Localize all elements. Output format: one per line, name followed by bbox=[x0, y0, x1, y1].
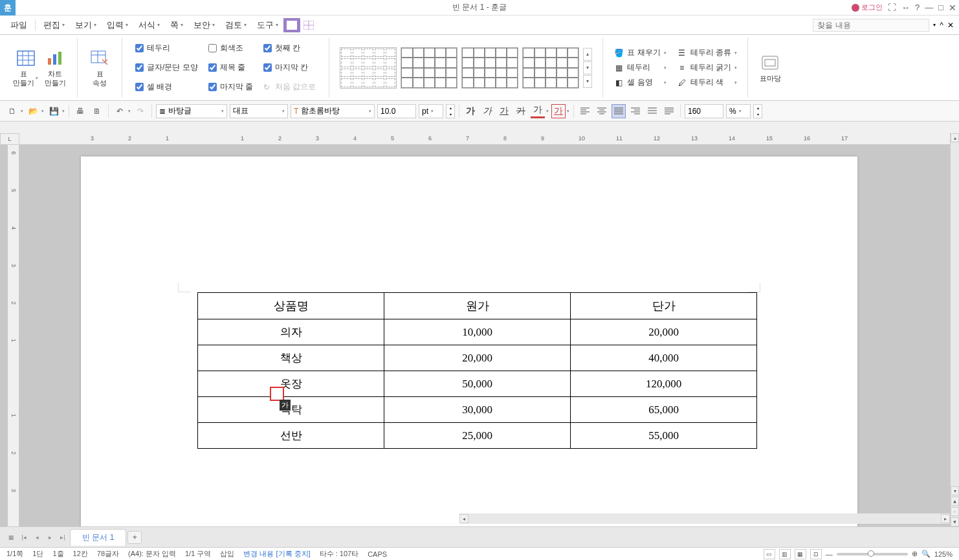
underline-button[interactable]: 가 bbox=[497, 104, 511, 118]
view-mode-2-button[interactable]: ▥ bbox=[779, 549, 791, 559]
table-cell[interactable]: 40,000 bbox=[571, 345, 757, 371]
menu-tools[interactable]: 도구▾ bbox=[252, 17, 283, 34]
highlight-button[interactable]: 가 bbox=[551, 104, 566, 118]
save-button[interactable]: 💾 bbox=[47, 104, 61, 118]
table-properties-button[interactable]: 표 속성 bbox=[85, 47, 114, 88]
document-table[interactable]: 상품명 원가 단가 의자 10,000 20,000 책상 20,000 40,… bbox=[197, 292, 757, 449]
status-mode[interactable]: 삽입 bbox=[220, 549, 234, 559]
table-cell[interactable]: 65,000 bbox=[571, 397, 757, 423]
minimize-button[interactable]: — bbox=[925, 3, 933, 12]
search-input[interactable] bbox=[813, 19, 929, 32]
print-button[interactable]: 🖶 bbox=[73, 104, 87, 118]
table-cell[interactable]: 10,000 bbox=[384, 319, 571, 345]
border-color-button[interactable]: 🖊테두리 색▾ bbox=[677, 77, 737, 88]
login-button[interactable]: 로그인 bbox=[852, 3, 883, 12]
size-up-button[interactable]: ▴ bbox=[446, 105, 454, 111]
menu-edit[interactable]: 편집▾ bbox=[38, 17, 70, 34]
pct-combo[interactable]: %▾ bbox=[726, 104, 751, 118]
gallery-up-button[interactable]: ▴ bbox=[583, 48, 592, 61]
gallery-down-button[interactable]: ▾ bbox=[583, 61, 592, 74]
open-button[interactable]: 📂 bbox=[26, 104, 40, 118]
tab-list-button[interactable]: ▦ bbox=[5, 532, 17, 543]
view-mode-1-button[interactable]: ▭ bbox=[764, 549, 775, 559]
status-chars[interactable]: 78글자 bbox=[97, 549, 119, 559]
dropdown-icon[interactable]: ▾ bbox=[546, 109, 549, 114]
document-tab[interactable]: 빈 문서 1 bbox=[70, 529, 126, 546]
italic-button[interactable]: 가 bbox=[480, 104, 494, 118]
page-down-button[interactable]: ▼ bbox=[951, 517, 959, 526]
border-button[interactable]: ▦테두리▾ bbox=[613, 62, 666, 73]
horizontal-scrollbar[interactable]: ◂ ▸ bbox=[459, 513, 950, 524]
menu-security[interactable]: 보안▾ bbox=[188, 17, 220, 34]
close-button[interactable]: ✕ bbox=[949, 3, 956, 13]
size-down-button[interactable]: ▾ bbox=[446, 111, 454, 118]
dropdown-icon[interactable]: ▾ bbox=[567, 109, 569, 114]
redo-button[interactable]: ↷ bbox=[133, 104, 148, 118]
align-right-button[interactable] bbox=[628, 104, 643, 118]
table-cell[interactable]: 120,000 bbox=[571, 371, 757, 397]
check-border[interactable]: 테두리 bbox=[134, 41, 199, 56]
view-mode-3-button[interactable]: ▦ bbox=[795, 549, 806, 559]
pin-icon[interactable]: ↔ bbox=[901, 3, 910, 12]
hscroll-right-button[interactable]: ▸ bbox=[941, 514, 950, 523]
font-combo[interactable]: T함초롬바탕▾ bbox=[291, 104, 375, 118]
help-icon[interactable]: ? bbox=[915, 3, 920, 12]
strike-button[interactable]: 가 bbox=[514, 104, 528, 118]
document-page[interactable]: 상품명 원가 단가 의자 10,000 20,000 책상 20,000 40,… bbox=[81, 156, 857, 526]
check-grayscale[interactable]: 회색조 bbox=[207, 41, 254, 56]
paragraph-style-combo[interactable]: ≣바탕글▾ bbox=[156, 104, 227, 118]
table-cell[interactable]: 25,000 bbox=[384, 423, 571, 449]
table-gallery-button[interactable]: 표마당 bbox=[756, 51, 784, 84]
check-first-col[interactable]: 첫째 칸 bbox=[262, 41, 317, 56]
table-style-item[interactable] bbox=[522, 47, 579, 89]
tab-last-button[interactable]: ▸| bbox=[57, 532, 69, 543]
align-full-button[interactable] bbox=[662, 104, 676, 118]
object-select-button[interactable]: ◦ bbox=[951, 507, 959, 516]
table-cell[interactable]: 선반 bbox=[198, 423, 384, 449]
align-distribute-button[interactable] bbox=[645, 104, 659, 118]
align-left-button[interactable] bbox=[578, 104, 592, 118]
check-title-row[interactable]: 제목 줄 bbox=[207, 60, 254, 75]
status-page[interactable]: 1/1쪽 bbox=[6, 549, 23, 559]
border-kind-button[interactable]: ☰테두리 종류▾ bbox=[677, 47, 737, 58]
ribbon-tab-table-design[interactable] bbox=[283, 18, 300, 32]
zoom-value[interactable]: 125% bbox=[934, 550, 953, 558]
menu-review[interactable]: 검토▾ bbox=[220, 17, 252, 34]
ribbon-collapse-icon[interactable]: ^ bbox=[940, 21, 943, 30]
menu-input[interactable]: 입력▾ bbox=[102, 17, 133, 34]
check-last-row[interactable]: 마지막 줄 bbox=[207, 80, 254, 94]
menu-format[interactable]: 서식▾ bbox=[133, 17, 165, 34]
expand-icon[interactable]: ⛶ bbox=[888, 3, 896, 12]
linespace-up-button[interactable]: ▴ bbox=[754, 105, 762, 111]
table-cell[interactable]: 책상 bbox=[198, 345, 384, 371]
cell-shadow-button[interactable]: ◧셀 음영▾ bbox=[613, 77, 666, 88]
table-cell[interactable]: 식탁 bbox=[198, 397, 384, 423]
table-header-cell[interactable]: 상품명 bbox=[198, 293, 384, 319]
dropdown-icon[interactable]: ▾ bbox=[128, 109, 131, 114]
menu-page[interactable]: 쪽▾ bbox=[165, 17, 188, 34]
ruler-corner[interactable]: L bbox=[0, 133, 19, 145]
tab-next-button[interactable]: ▸ bbox=[44, 532, 56, 543]
ribbon-close-icon[interactable]: ✕ bbox=[947, 21, 954, 30]
zoom-in-button[interactable]: ⊕ bbox=[912, 550, 918, 558]
align-center-button[interactable] bbox=[595, 104, 609, 118]
linespace-input[interactable]: 160 bbox=[685, 104, 723, 118]
make-chart-button[interactable]: 차트 만들기 bbox=[41, 47, 69, 88]
check-cell-bg[interactable]: 셀 배경 bbox=[134, 80, 199, 94]
status-track-changes[interactable]: 변경 내용 [기록 중지] bbox=[243, 549, 310, 559]
page-up-button[interactable]: ▲ bbox=[951, 497, 959, 506]
rep-combo[interactable]: 대표▾ bbox=[230, 104, 288, 118]
zoom-fit-button[interactable]: ⊡ bbox=[810, 549, 822, 559]
table-cell[interactable]: 30,000 bbox=[384, 397, 571, 423]
hscroll-left-button[interactable]: ◂ bbox=[459, 514, 468, 523]
gallery-more-button[interactable]: ▾ bbox=[583, 75, 592, 88]
table-style-item[interactable] bbox=[461, 47, 518, 89]
vertical-scrollbar[interactable]: ▴ ▾ ▲ ◦ ▼ bbox=[950, 133, 959, 526]
unit-combo[interactable]: pt▾ bbox=[419, 104, 443, 118]
table-cell[interactable]: 55,000 bbox=[571, 423, 757, 449]
table-cell[interactable]: 20,000 bbox=[384, 345, 571, 371]
dropdown-icon[interactable]: ▾ bbox=[21, 109, 23, 114]
table-cell[interactable]: 50,000 bbox=[384, 371, 571, 397]
vertical-ruler[interactable]: 6 5 4 3 2 1 1 2 3 bbox=[8, 145, 19, 526]
border-weight-button[interactable]: ≡테두리 굵기▾ bbox=[677, 62, 737, 73]
